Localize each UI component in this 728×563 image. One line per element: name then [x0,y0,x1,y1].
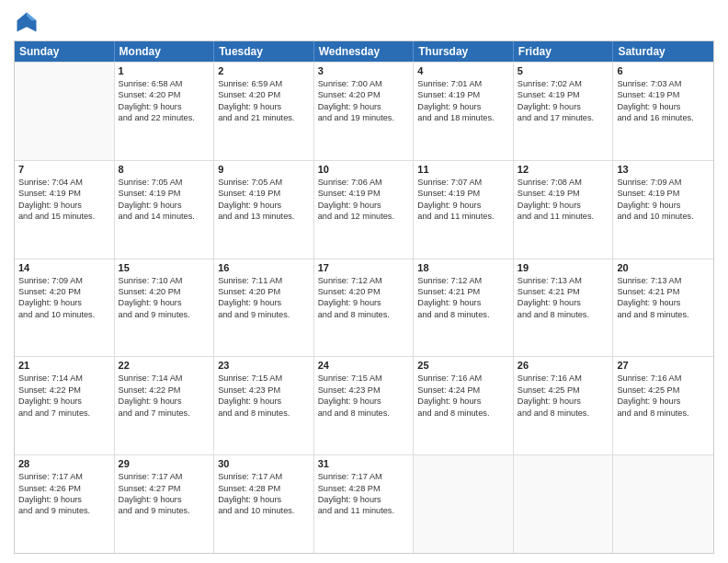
sunrise-text: Sunrise: 7:13 AM [617,275,710,286]
page: SundayMondayTuesdayWednesdayThursdayFrid… [0,0,728,563]
daylight-hours-text: and and 8 minutes. [518,408,609,419]
daylight-hours-text: and and 11 minutes. [518,211,609,222]
sunrise-text: Sunrise: 7:11 AM [218,275,310,286]
calendar-cell: 4Sunrise: 7:01 AMSunset: 4:19 PMDaylight… [414,63,514,160]
day-number: 14 [18,262,110,273]
sunset-text: Sunset: 4:21 PM [617,286,710,297]
daylight-text: Daylight: 9 hours [417,101,509,112]
sunrise-text: Sunrise: 7:02 AM [518,78,609,89]
calendar-cell: 27Sunrise: 7:16 AMSunset: 4:25 PMDayligh… [613,357,713,454]
header-day-wednesday: Wednesday [314,41,415,62]
sunset-text: Sunset: 4:20 PM [318,286,410,297]
day-number: 11 [417,164,509,175]
daylight-hours-text: and and 7 minutes. [18,408,110,419]
calendar-cell: 7Sunrise: 7:04 AMSunset: 4:19 PMDaylight… [15,161,115,259]
calendar-cell: 23Sunrise: 7:15 AMSunset: 4:23 PMDayligh… [214,357,314,454]
calendar-row-4: 28Sunrise: 7:17 AMSunset: 4:26 PMDayligh… [15,454,713,553]
daylight-text: Daylight: 9 hours [518,297,609,308]
day-number: 30 [218,458,310,469]
daylight-hours-text: and and 9 minutes. [218,309,310,320]
sunrise-text: Sunrise: 7:12 AM [417,275,509,286]
calendar-cell: 2Sunrise: 6:59 AMSunset: 4:20 PMDaylight… [214,63,314,160]
daylight-hours-text: and and 8 minutes. [417,408,509,419]
daylight-text: Daylight: 9 hours [119,396,210,407]
day-number: 12 [518,164,609,175]
daylight-hours-text: and and 9 minutes. [18,505,110,516]
day-number: 26 [518,360,609,371]
day-number: 19 [518,262,609,273]
daylight-text: Daylight: 9 hours [318,494,410,505]
sunrise-text: Sunrise: 7:03 AM [617,78,710,89]
sunrise-text: Sunrise: 7:14 AM [18,373,110,384]
calendar-cell: 5Sunrise: 7:02 AMSunset: 4:19 PMDaylight… [514,63,614,160]
sunset-text: Sunset: 4:19 PM [417,188,509,199]
daylight-hours-text: and and 8 minutes. [218,408,310,419]
daylight-text: Daylight: 9 hours [617,396,710,407]
calendar-cell: 22Sunrise: 7:14 AMSunset: 4:22 PMDayligh… [115,357,215,454]
calendar-row-1: 7Sunrise: 7:04 AMSunset: 4:19 PMDaylight… [15,160,713,259]
day-number: 17 [318,262,410,273]
sunrise-text: Sunrise: 7:10 AM [119,275,210,286]
sunset-text: Sunset: 4:22 PM [18,385,110,396]
sunrise-text: Sunrise: 6:59 AM [218,78,310,89]
daylight-hours-text: and and 22 minutes. [119,112,210,123]
daylight-hours-text: and and 14 minutes. [119,211,210,222]
day-number: 25 [417,360,509,371]
calendar-row-3: 21Sunrise: 7:14 AMSunset: 4:22 PMDayligh… [15,356,713,454]
calendar-cell: 1Sunrise: 6:58 AMSunset: 4:20 PMDaylight… [115,63,215,160]
day-number: 23 [218,360,310,371]
daylight-text: Daylight: 9 hours [318,396,410,407]
sunrise-text: Sunrise: 7:04 AM [18,177,110,188]
header-day-sunday: Sunday [15,41,115,62]
calendar-cell: 30Sunrise: 7:17 AMSunset: 4:28 PMDayligh… [214,455,314,553]
sunrise-text: Sunrise: 7:17 AM [119,471,210,482]
calendar-cell: 6Sunrise: 7:03 AMSunset: 4:19 PMDaylight… [613,63,713,160]
sunrise-text: Sunrise: 7:16 AM [518,373,609,384]
daylight-hours-text: and and 13 minutes. [218,211,310,222]
sunset-text: Sunset: 4:27 PM [119,483,210,494]
sunrise-text: Sunrise: 7:07 AM [417,177,509,188]
header-day-thursday: Thursday [414,41,514,62]
day-number: 15 [119,262,210,273]
sunset-text: Sunset: 4:20 PM [318,89,410,100]
day-number: 6 [617,65,710,76]
daylight-text: Daylight: 9 hours [417,396,509,407]
daylight-hours-text: and and 8 minutes. [318,408,410,419]
day-number: 7 [18,164,110,175]
header [14,9,714,35]
sunset-text: Sunset: 4:28 PM [218,483,310,494]
sunset-text: Sunset: 4:24 PM [417,385,509,396]
calendar-cell: 15Sunrise: 7:10 AMSunset: 4:20 PMDayligh… [115,259,215,357]
day-number: 2 [218,65,310,76]
daylight-text: Daylight: 9 hours [617,200,710,211]
calendar-cell: 16Sunrise: 7:11 AMSunset: 4:20 PMDayligh… [214,259,314,357]
daylight-hours-text: and and 7 minutes. [119,408,210,419]
sunrise-text: Sunrise: 7:15 AM [318,373,410,384]
day-number: 29 [119,458,210,469]
calendar-cell: 10Sunrise: 7:06 AMSunset: 4:19 PMDayligh… [314,161,415,259]
daylight-text: Daylight: 9 hours [119,200,210,211]
day-number: 1 [119,65,210,76]
sunset-text: Sunset: 4:19 PM [218,188,310,199]
daylight-text: Daylight: 9 hours [218,494,310,505]
sunrise-text: Sunrise: 7:09 AM [617,177,710,188]
calendar-cell: 9Sunrise: 7:05 AMSunset: 4:19 PMDaylight… [214,161,314,259]
sunrise-text: Sunrise: 7:00 AM [318,78,410,89]
sunset-text: Sunset: 4:28 PM [318,483,410,494]
logo-icon [14,9,40,35]
day-number: 24 [318,360,410,371]
calendar-header: SundayMondayTuesdayWednesdayThursdayFrid… [15,41,713,62]
daylight-text: Daylight: 9 hours [218,101,310,112]
sunset-text: Sunset: 4:19 PM [18,188,110,199]
daylight-hours-text: and and 19 minutes. [318,112,410,123]
sunset-text: Sunset: 4:21 PM [518,286,609,297]
daylight-hours-text: and and 8 minutes. [318,309,410,320]
sunset-text: Sunset: 4:20 PM [18,286,110,297]
daylight-text: Daylight: 9 hours [417,200,509,211]
sunset-text: Sunset: 4:19 PM [617,188,710,199]
day-number: 16 [218,262,310,273]
sunrise-text: Sunrise: 7:17 AM [318,471,410,482]
daylight-text: Daylight: 9 hours [119,494,210,505]
daylight-hours-text: and and 18 minutes. [417,112,509,123]
sunrise-text: Sunrise: 7:01 AM [417,78,509,89]
